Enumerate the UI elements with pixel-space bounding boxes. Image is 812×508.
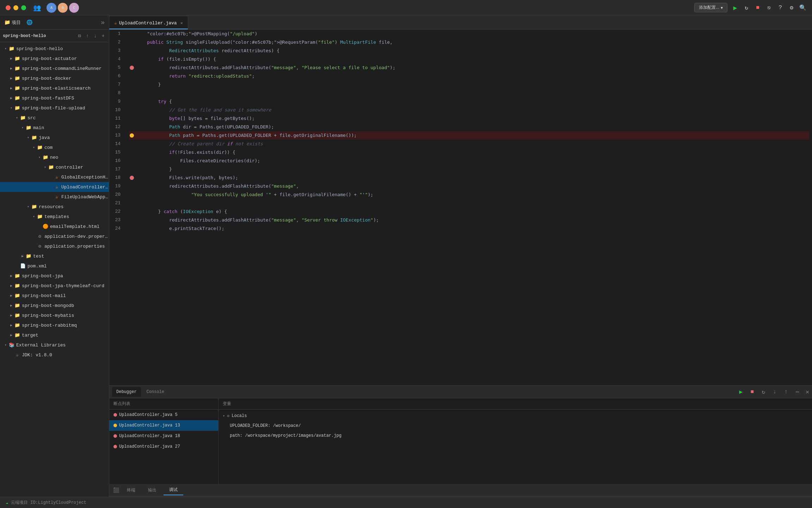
sidebar-tab-project[interactable]: 📁 项目 bbox=[4, 19, 21, 26]
tree-item-spring-boot-elasticsearch[interactable]: ▶📁spring-boot-elasticsearch bbox=[0, 83, 109, 93]
download-icon[interactable]: ↓ bbox=[92, 32, 98, 40]
code-line bbox=[129, 89, 809, 97]
tree-item-spring-boot-jpa[interactable]: ▶📁spring-boot-jpa bbox=[0, 271, 109, 281]
tree-item-spring-boot-docker[interactable]: ▶📁spring-boot-docker bbox=[0, 73, 109, 83]
run-button[interactable]: ▶ bbox=[732, 4, 739, 11]
tree-item-label: spring-boot-commandLineRunner bbox=[22, 66, 102, 71]
bottom-tab-输出[interactable]: 输出 bbox=[142, 485, 162, 495]
tree-item-spring-boot-fastDFS[interactable]: ▶📁spring-boot-fastDFS bbox=[0, 93, 109, 103]
tree-item-jdk[interactable]: ☕JDK: v1.8.0 bbox=[0, 350, 109, 360]
reload-button[interactable]: ↻ bbox=[743, 4, 750, 11]
bottom-tab-调试[interactable]: 调试 bbox=[164, 485, 183, 495]
upload-icon[interactable]: ↑ bbox=[85, 32, 90, 40]
tree-item-pom[interactable]: 📄pom.xml bbox=[0, 261, 109, 271]
tree-item-label: spring-boot-file-upload bbox=[22, 105, 85, 111]
step-out-button[interactable]: ↑ bbox=[782, 388, 790, 396]
tree-item-templates[interactable]: ▾📁templates bbox=[0, 212, 109, 222]
tree-item-external-libs[interactable]: ▾📚External Libraries bbox=[0, 340, 109, 350]
expand-arrow-icon[interactable]: ▾ bbox=[223, 414, 225, 418]
code-line: redirectAttributes.addFlashAttribute("me… bbox=[129, 216, 809, 224]
file-icon: 📁 bbox=[14, 332, 20, 338]
file-icon: ☕ bbox=[54, 194, 60, 200]
resume-button[interactable]: ▶ bbox=[737, 388, 745, 396]
breakpoint-item[interactable]: UploadController.java 27 bbox=[109, 441, 218, 452]
tree-item-GlobalExceptionHandler[interactable]: ☕GlobalExceptionHandler.ja... bbox=[0, 172, 109, 182]
breakpoint-item[interactable]: UploadController.java 13 bbox=[109, 420, 218, 431]
settings-icon[interactable]: ⚙ bbox=[788, 4, 795, 11]
tree-item-java[interactable]: ▾📁java bbox=[0, 133, 109, 143]
step-over-button[interactable]: ↻ bbox=[759, 388, 768, 396]
tree-item-UploadController[interactable]: ☕UploadController.java bbox=[0, 182, 109, 192]
breakpoint-label: UploadController.java 27 bbox=[119, 444, 180, 449]
arrow-icon: ▶ bbox=[8, 322, 14, 328]
line-number: 16 bbox=[112, 157, 123, 165]
search-icon[interactable]: 🔍 bbox=[799, 4, 806, 11]
tree-item-label: External Libraries bbox=[16, 343, 66, 348]
tree-item-app-props[interactable]: ⚙application.properties bbox=[0, 241, 109, 251]
code-text: e.printStackTrace(); bbox=[136, 224, 224, 233]
debug-tabs: Debugger Console ▶ ■ ↻ ↓ ↑ ⋯ ✕ bbox=[109, 386, 812, 398]
code-editor[interactable]: 123456789101112131415161718192021222324 … bbox=[109, 30, 812, 385]
code-text: redirectAttributes.addFlashAttribute("me… bbox=[136, 64, 395, 72]
line-number: 7 bbox=[112, 80, 123, 89]
tree-item-spring-boot-jpa-thymeleaf-curd[interactable]: ▶📁spring-boot-jpa-thymeleaf-curd bbox=[0, 281, 109, 291]
tree-item-spring-boot-rabbitmq[interactable]: ▶📁spring-boot-rabbitmq bbox=[0, 320, 109, 330]
tree-item-app-dev-props[interactable]: ⚙application-dev.properties bbox=[0, 231, 109, 241]
file-icon: 📁 bbox=[31, 204, 37, 210]
close-button[interactable] bbox=[6, 5, 11, 10]
tree-item-target[interactable]: ▶📁target bbox=[0, 330, 109, 340]
add-config-button[interactable]: 添加配置... ▾ bbox=[694, 3, 727, 12]
tab-close-button[interactable]: ✕ bbox=[180, 20, 183, 26]
tree-item-spring-boot-mybatis[interactable]: ▶📁spring-boot-mybatis bbox=[0, 310, 109, 320]
arrow-icon: ▶ bbox=[8, 56, 14, 61]
minimize-button[interactable] bbox=[13, 5, 18, 10]
breakpoint-item[interactable]: UploadController.java 5 bbox=[109, 410, 218, 420]
tree-item-spring-boot-file-upload[interactable]: ▾📁spring-boot-file-upload bbox=[0, 103, 109, 113]
tree-item-test[interactable]: ▶📁test bbox=[0, 251, 109, 261]
code-text: } bbox=[136, 165, 172, 174]
tree-item-spring-boot-actuator[interactable]: ▶📁spring-boot-actuator bbox=[0, 54, 109, 64]
sidebar: 📁 项目 🌐 » spring-boot-hello ⊟ ↑ ↓ + ▾📁spr… bbox=[0, 16, 109, 497]
file-icon: 📁 bbox=[14, 55, 20, 62]
tree-item-neo[interactable]: ▾📁neo bbox=[0, 152, 109, 162]
tab-upload-controller[interactable]: ☕ UploadController.java ✕ bbox=[109, 17, 188, 29]
breakpoints-header: 断点列表 bbox=[109, 398, 218, 410]
tree-item-src[interactable]: ▾📁src bbox=[0, 113, 109, 123]
tree-item-main[interactable]: ▾📁main bbox=[0, 123, 109, 133]
tree-item-FileUploadWebApplication[interactable]: ☕FileUploadWebApplication.ja... bbox=[0, 192, 109, 202]
stop-button[interactable]: ■ bbox=[754, 4, 761, 11]
breakpoint-item[interactable]: UploadController.java 18 bbox=[109, 431, 218, 441]
tree-item-spring-boot-mongodb[interactable]: ▶📁spring-boot-mongodb bbox=[0, 301, 109, 310]
sidebar-collapse-button[interactable]: » bbox=[101, 19, 105, 26]
breakpoint-label: UploadController.java 13 bbox=[119, 423, 180, 428]
tree-item-spring-boot-commandLineRunner[interactable]: ▶📁spring-boot-commandLineRunner bbox=[0, 64, 109, 73]
tree-item-emailTemplate[interactable]: 🟠emailTemplate.html bbox=[0, 222, 109, 231]
tree-item-spring-boot-mail[interactable]: ▶📁spring-boot-mail bbox=[0, 291, 109, 301]
code-line: Files.createDirectories(dir); bbox=[129, 157, 809, 165]
variables-panel: 变量 ▾⊙LocalsUPLOADED_FOLDER: /workspace/p… bbox=[219, 398, 812, 484]
code-text: public String singleFileUpload("color:#e… bbox=[136, 38, 393, 47]
breakpoints-list[interactable]: UploadController.java 5UploadController.… bbox=[109, 410, 218, 484]
code-line: RedirectAttributes redirectAttributes) { bbox=[129, 47, 809, 55]
maximize-button[interactable] bbox=[21, 5, 26, 10]
code-line: return "redirect:uploadStatus"; bbox=[129, 72, 809, 80]
step-into-button[interactable]: ↓ bbox=[770, 388, 779, 396]
tree-item-resources[interactable]: ▾📁resources bbox=[0, 202, 109, 212]
bottom-tab-终端[interactable]: 终端 bbox=[121, 485, 141, 495]
filter-icon[interactable]: ⊟ bbox=[76, 32, 82, 40]
tree-item-controller[interactable]: ▾📁controller bbox=[0, 162, 109, 172]
arrow-icon: ▶ bbox=[8, 95, 14, 101]
debugger-tab[interactable]: Debugger bbox=[112, 387, 141, 397]
debug-close-button[interactable]: ✕ bbox=[806, 388, 809, 395]
tree-item-spring-boot-hello[interactable]: ▾📁spring-boot-hello bbox=[0, 44, 109, 54]
console-tab[interactable]: Console bbox=[142, 387, 168, 397]
tree-item-com[interactable]: ▾📁com bbox=[0, 143, 109, 152]
add-icon[interactable]: + bbox=[100, 32, 106, 40]
code-content[interactable]: "color:#e5c07b;">@PostMapping("/upload")… bbox=[126, 30, 812, 385]
more-debug-button[interactable]: ⋯ bbox=[793, 388, 801, 396]
share-icon[interactable]: ⎋ bbox=[765, 4, 773, 11]
help-icon[interactable]: ? bbox=[777, 4, 784, 11]
sidebar-tab-web[interactable]: 🌐 bbox=[26, 19, 32, 25]
stop-debug-button[interactable]: ■ bbox=[748, 388, 756, 396]
file-icon: 📁 bbox=[14, 95, 20, 101]
